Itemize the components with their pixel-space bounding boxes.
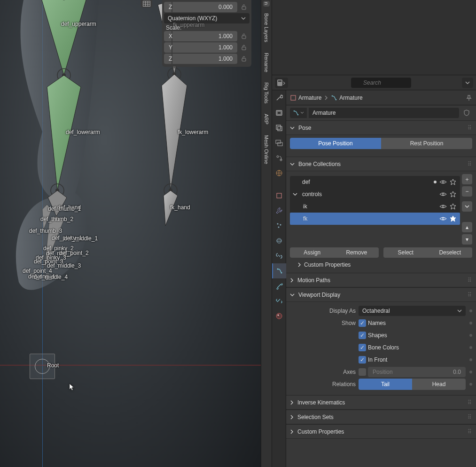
drag-handle-icon[interactable]: ⠿	[468, 292, 472, 298]
viewport-3d[interactable]: Z 0.000 Quaternion (WXYZ) Scale: X1.000 …	[0, 0, 261, 467]
tab-material[interactable]	[272, 309, 286, 324]
tab-modifier[interactable]	[272, 203, 286, 218]
lock-icon[interactable]	[238, 54, 250, 64]
pose-panel-header[interactable]: Pose ⠿	[286, 121, 476, 135]
remove-button[interactable]: Remove	[335, 247, 379, 258]
scale-z-value[interactable]: 1.000	[172, 54, 237, 64]
tab-data-armature[interactable]	[272, 263, 286, 278]
editor-type-selector[interactable]	[275, 78, 288, 88]
scale-x-value[interactable]: 1.000	[172, 31, 237, 41]
collection-specials-button[interactable]	[462, 201, 472, 212]
pose-position-button[interactable]: Pose Position	[290, 138, 381, 149]
tab-world[interactable]	[272, 166, 286, 181]
anim-dot-icon[interactable]	[469, 309, 472, 312]
remove-collection-button[interactable]: −	[462, 186, 472, 197]
solo-icon[interactable]	[450, 179, 456, 185]
tab-bone-constraint[interactable]	[272, 293, 286, 309]
viewport-display-header[interactable]: Viewport Display ⠿	[286, 288, 476, 302]
tab-output[interactable]	[272, 120, 286, 135]
motion-paths-header[interactable]: Motion Paths ⠿	[286, 273, 476, 287]
select-button[interactable]: Select	[383, 247, 428, 258]
pin-icon[interactable]	[466, 95, 472, 101]
drag-handle-icon[interactable]: ⠿	[468, 277, 472, 284]
anim-dot-icon[interactable]	[469, 371, 472, 373]
tab-render[interactable]	[272, 105, 286, 120]
move-up-button[interactable]: ▴	[462, 222, 472, 232]
collection-row-ik[interactable]: ik	[290, 200, 460, 213]
drag-handle-icon[interactable]: ⠿	[468, 414, 472, 420]
armature-name-field[interactable]	[309, 108, 459, 118]
axes-checkbox[interactable]	[359, 368, 366, 376]
shield-icon[interactable]	[461, 108, 472, 118]
tab-mesh-online[interactable]: Mesh Online	[263, 131, 270, 168]
custom-properties-subpanel[interactable]: Custom Properties	[297, 261, 472, 268]
scale-y-value[interactable]: 1.000	[172, 42, 237, 53]
chevron-down-icon	[290, 126, 295, 130]
tab-scene[interactable]	[272, 150, 286, 166]
deselect-button[interactable]: Deselect	[428, 247, 473, 258]
move-down-button[interactable]: ▾	[462, 234, 472, 245]
tab-bone-layers[interactable]: Bone Layers	[263, 9, 270, 46]
visibility-icon[interactable]	[439, 216, 447, 222]
drag-handle-icon[interactable]: ⠿	[468, 399, 472, 406]
options-dropdown[interactable]	[462, 78, 473, 88]
in-front-checkbox[interactable]: ✓	[359, 356, 366, 364]
tab-object[interactable]	[272, 188, 286, 203]
root-bone-widget[interactable]	[30, 354, 55, 379]
solo-icon[interactable]	[450, 191, 456, 198]
breadcrumb-object[interactable]: Armature	[290, 95, 321, 101]
bone-colors-checkbox[interactable]: ✓	[359, 344, 366, 351]
lock-icon[interactable]	[238, 42, 250, 53]
bone-collections-header[interactable]: Bone Collections ⠿	[286, 157, 476, 171]
anim-dot-icon[interactable]	[469, 322, 472, 325]
head-button[interactable]: Head	[412, 379, 466, 390]
anim-dot-icon[interactable]	[469, 358, 472, 361]
drag-handle-icon[interactable]: ⠿	[468, 161, 472, 167]
outliner[interactable]	[272, 0, 476, 75]
collection-row-fk[interactable]: fk	[290, 213, 460, 225]
tab-arp[interactable]: ARP	[263, 110, 270, 128]
bone-collections-list[interactable]: def controls	[290, 176, 460, 225]
tab-tool[interactable]	[272, 90, 286, 105]
selection-sets-header[interactable]: Selection Sets⠿	[286, 410, 476, 424]
tab-particles[interactable]	[272, 218, 286, 233]
collection-row-def[interactable]: def	[290, 176, 460, 188]
anim-dot-icon[interactable]	[469, 346, 472, 349]
drag-handle-icon[interactable]: ⠿	[468, 125, 472, 131]
lock-icon[interactable]	[238, 31, 250, 41]
anim-dot-icon[interactable]	[469, 334, 472, 337]
display-as-dropdown[interactable]: Octahedral	[359, 306, 466, 316]
drag-handle-icon[interactable]: ⠿	[468, 428, 472, 435]
ik-header[interactable]: Inverse Kinematics⠿	[286, 396, 476, 410]
tab-physics[interactable]	[272, 233, 286, 248]
visibility-icon[interactable]	[439, 179, 447, 185]
tab-rig-tools[interactable]: Rig Tools	[263, 79, 270, 107]
names-checkbox[interactable]: ✓	[359, 319, 366, 327]
collection-row-controls[interactable]: controls	[290, 188, 460, 200]
solo-icon[interactable]	[450, 203, 456, 210]
rest-position-button[interactable]: Rest Position	[381, 138, 472, 149]
rotation-mode-dropdown[interactable]: Quaternion (WXYZ)	[164, 13, 250, 24]
shapes-checkbox[interactable]: ✓	[359, 332, 366, 339]
disclosure-icon[interactable]	[293, 192, 299, 197]
tab-rename[interactable]: Rename	[263, 49, 270, 76]
anim-dot-icon[interactable]	[469, 383, 472, 386]
rot-z-value[interactable]: 0.000	[172, 2, 237, 12]
datablock-selector[interactable]	[290, 108, 307, 118]
tab-viewlayer[interactable]	[272, 135, 286, 150]
add-collection-button[interactable]: ＋	[462, 174, 472, 184]
assign-button[interactable]: Assign	[290, 247, 335, 258]
tab-item[interactable]: n	[263, 1, 270, 7]
tab-bone[interactable]	[272, 278, 286, 293]
solo-icon[interactable]	[450, 215, 456, 222]
tab-constraints[interactable]	[272, 248, 286, 263]
visibility-icon[interactable]	[439, 204, 447, 209]
custom-properties-header[interactable]: Custom Properties⠿	[286, 425, 476, 439]
position-field[interactable]: Position 0.0	[368, 367, 466, 377]
lock-icon[interactable]	[238, 2, 250, 12]
search-input[interactable]	[351, 78, 411, 88]
breadcrumb-data[interactable]: Armature	[331, 95, 362, 101]
grid-icon[interactable]	[141, 0, 152, 8]
tail-button[interactable]: Tail	[359, 379, 412, 390]
visibility-icon[interactable]	[439, 191, 447, 197]
